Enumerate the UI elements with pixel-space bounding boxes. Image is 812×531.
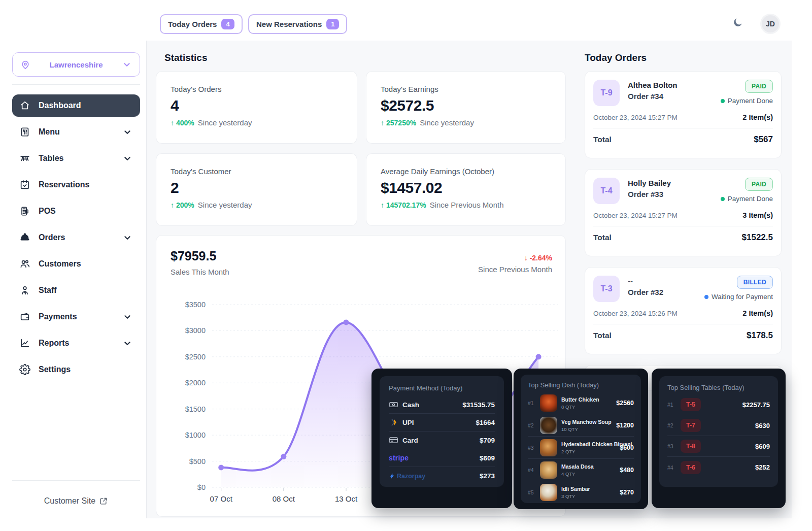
dashboard-app: Today Orders 4 New Reservations 1 JD Law… bbox=[0, 0, 812, 531]
order-status-badge: PAID bbox=[745, 178, 773, 191]
payment-method-label: stripe bbox=[389, 454, 409, 462]
top-dish-row: #5Idli Sambar3 QTY$270 bbox=[528, 481, 634, 504]
customer-site-link[interactable]: Customer Site bbox=[12, 496, 140, 506]
location-selector[interactable]: Lawrenceshire bbox=[12, 52, 140, 77]
customers-icon bbox=[19, 258, 30, 270]
payment-method-row: Card$709 bbox=[389, 432, 495, 449]
sidebar: Lawrenceshire DashboardMenuTablesReserva… bbox=[10, 41, 146, 518]
stat-delta-pct: 145702.17% bbox=[386, 201, 426, 209]
table-rank: #2 bbox=[667, 422, 675, 428]
sidebar-nav: DashboardMenuTablesReservationsPOSOrders… bbox=[12, 94, 140, 381]
sidebar-item-settings[interactable]: Settings bbox=[12, 358, 140, 381]
sidebar-item-reservations[interactable]: Reservations bbox=[12, 174, 140, 196]
table-badge: T-6 bbox=[681, 461, 701, 474]
dish-amount: $2560 bbox=[616, 400, 634, 407]
dish-rank: #2 bbox=[528, 422, 536, 428]
payment-method-amount: $273 bbox=[480, 472, 495, 480]
user-avatar[interactable]: JD bbox=[760, 14, 781, 34]
dish-photo bbox=[540, 484, 557, 501]
order-card[interactable]: T-9Althea BoltonOrder #34PAIDPayment Don… bbox=[585, 71, 782, 158]
sidebar-item-pos[interactable]: POS bbox=[12, 200, 140, 222]
sidebar-item-tables[interactable]: Tables bbox=[12, 147, 140, 170]
razorpay-text: Razorpay bbox=[397, 473, 425, 480]
order-meta: October 23, 2024 15:27 PM2 Item(s) bbox=[593, 113, 773, 121]
dish-amount: $1200 bbox=[616, 422, 634, 429]
order-card[interactable]: T-4Holly BaileyOrder #33PAIDPayment Done… bbox=[585, 169, 782, 256]
upi-icon bbox=[389, 418, 398, 427]
order-status-note: Waiting for Payment bbox=[704, 293, 773, 301]
stat-card: Today's Customer2↑200%Since yesterday bbox=[156, 153, 357, 226]
sidebar-bottom-divider bbox=[12, 480, 140, 481]
sales-subtitle: Sales This Month bbox=[171, 268, 229, 276]
order-total-row: Total$1522.5 bbox=[593, 233, 773, 243]
top-tables-rows: #1T-5$2257.75#2T-7$630#3T-8$609#4T-6$252 bbox=[667, 394, 770, 478]
sidebar-item-label: Customers bbox=[39, 259, 133, 269]
order-status-badge: BILLED bbox=[737, 276, 773, 289]
sidebar-item-orders[interactable]: Orders bbox=[12, 226, 140, 249]
sidebar-item-reports[interactable]: Reports bbox=[12, 332, 140, 354]
stat-value: 4 bbox=[171, 97, 343, 114]
status-dot-icon bbox=[721, 197, 725, 201]
arrow-down-icon: ↓ bbox=[524, 254, 530, 262]
svg-text:$500: $500 bbox=[189, 457, 206, 466]
external-link-icon bbox=[99, 496, 108, 506]
dish-qty: 10 QTY bbox=[561, 426, 612, 432]
sales-total: $7959.5 bbox=[171, 249, 216, 263]
dish-photo bbox=[540, 439, 557, 456]
top-tables-title: Top Selling Tables (Today) bbox=[667, 384, 770, 391]
svg-text:$1000: $1000 bbox=[185, 431, 206, 439]
svg-text:$2000: $2000 bbox=[185, 379, 206, 387]
payment-method-name: Card bbox=[402, 437, 418, 444]
svg-text:$1500: $1500 bbox=[185, 405, 206, 413]
arrow-up-icon: ↑ bbox=[381, 119, 384, 127]
sidebar-item-customers[interactable]: Customers bbox=[12, 253, 140, 275]
order-customer: Holly Bailey bbox=[628, 179, 721, 187]
dish-qty: 8 QTY bbox=[561, 404, 612, 410]
table-amount: $2257.75 bbox=[742, 401, 770, 409]
today-orders-button[interactable]: Today Orders 4 bbox=[160, 14, 243, 34]
stat-value: 2 bbox=[171, 179, 343, 196]
top-dishes-panel: Top Selling Dish (Today) #1Butter Chicke… bbox=[514, 369, 648, 509]
stat-card: Today's Earnings$2572.5↑257250%Since yes… bbox=[366, 71, 566, 144]
settings-icon bbox=[19, 364, 30, 375]
today-orders-heading: Today Orders bbox=[585, 52, 647, 63]
stat-delta-note: Since Previous Month bbox=[430, 201, 504, 209]
sidebar-item-menu[interactable]: Menu bbox=[12, 121, 140, 143]
location-label: Lawrenceshire bbox=[31, 60, 121, 69]
svg-text:07 Oct: 07 Oct bbox=[210, 494, 233, 503]
table-amount: $609 bbox=[755, 443, 770, 450]
staff-icon bbox=[19, 285, 30, 296]
stat-delta-note: Since yesterday bbox=[198, 118, 252, 127]
dish-rank: #4 bbox=[528, 467, 536, 473]
stat-delta-pct: 400% bbox=[176, 119, 194, 127]
payment-method-row: Cash$31535.75 bbox=[389, 396, 495, 414]
sidebar-item-dashboard[interactable]: Dashboard bbox=[12, 94, 140, 117]
stat-delta-pct: 257250% bbox=[386, 119, 416, 127]
order-customer: -- bbox=[628, 277, 704, 285]
svg-text:08 Oct: 08 Oct bbox=[273, 494, 295, 503]
top-tables-card: Top Selling Tables (Today) #1T-5$2257.75… bbox=[659, 376, 778, 487]
top-dishes-card: Top Selling Dish (Today) #1Butter Chicke… bbox=[521, 375, 641, 503]
order-status: PAIDPayment Done bbox=[721, 178, 773, 203]
sidebar-item-payments[interactable]: Payments bbox=[12, 306, 140, 328]
order-card-top: T-9Althea BoltonOrder #34PAIDPayment Don… bbox=[593, 80, 773, 106]
stat-delta-note: Since yesterday bbox=[420, 118, 474, 127]
order-total-label: Total bbox=[593, 233, 612, 242]
dish-amount: $600 bbox=[620, 444, 634, 451]
payment-method-name: UPI bbox=[402, 419, 414, 426]
stat-label: Today's Customer bbox=[171, 167, 343, 176]
sidebar-item-label: Menu bbox=[39, 127, 114, 137]
order-total-label: Total bbox=[593, 331, 612, 340]
new-reservations-button[interactable]: New Reservations 1 bbox=[248, 14, 347, 34]
status-dot-icon bbox=[704, 295, 708, 299]
dish-qty: 2 QTY bbox=[561, 449, 616, 454]
order-names: Holly BaileyOrder #33 bbox=[628, 178, 721, 198]
dark-mode-toggle[interactable] bbox=[732, 17, 748, 32]
dish-qty: 4 QTY bbox=[561, 471, 616, 477]
order-card[interactable]: T-3--Order #32BILLEDWaiting for PaymentO… bbox=[585, 267, 782, 354]
payment-method-row: UPI$1664 bbox=[389, 414, 495, 432]
dish-info: Butter Chicken8 QTY bbox=[561, 396, 612, 410]
dish-rank: #5 bbox=[528, 489, 536, 495]
sidebar-item-staff[interactable]: Staff bbox=[12, 279, 140, 302]
order-total-row: Total$178.5 bbox=[593, 330, 773, 341]
